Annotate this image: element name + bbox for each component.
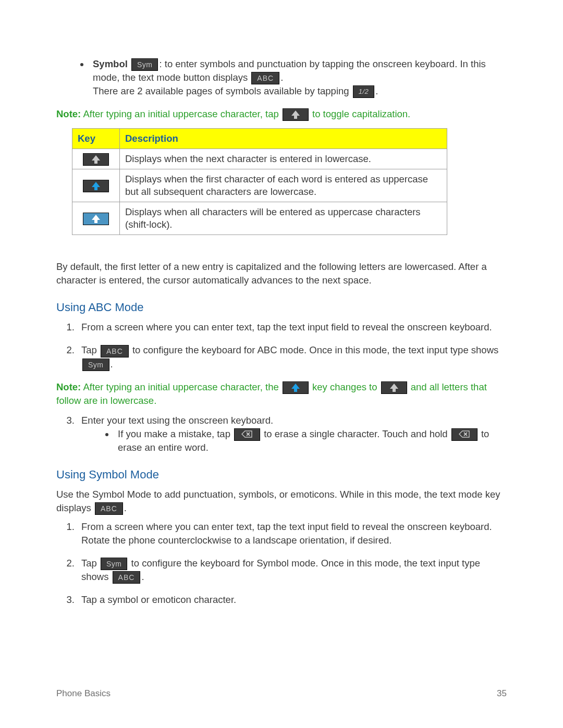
note2-b: key changes to [310, 381, 380, 392]
th-desc: Description [120, 129, 447, 149]
sub-a: If you make a mistake, tap [118, 428, 233, 439]
list-item: Tap a symbol or emoticon character. [77, 593, 507, 607]
table-row: Displays when the next character is ente… [72, 149, 447, 169]
abc-key-icon: ABC [101, 345, 129, 357]
abc-mode-steps-cont: Enter your text using the onscreen keybo… [67, 414, 507, 454]
shift-lock-icon [83, 213, 109, 225]
step3: Enter your text using the onscreen keybo… [81, 415, 273, 426]
symbol-mode-bullet: Symbol Sym: to enter symbols and punctua… [90, 57, 507, 98]
list-item: Enter your text using the onscreen keybo… [77, 414, 507, 454]
sym-key-icon: Sym [82, 359, 109, 371]
symbol-line2: There are 2 available pages of symbols a… [93, 85, 352, 96]
abc-key-icon: ABC [251, 72, 279, 84]
half-key-icon: 1/2 [353, 85, 375, 98]
sym-key-icon: Sym [101, 558, 128, 570]
note-label: Note: [56, 381, 81, 392]
shift-initcap-icon [83, 180, 109, 192]
period: . [280, 72, 283, 83]
document-page: Symbol Sym: to enter symbols and punctua… [0, 0, 563, 728]
note-1: Note: After typing an initial uppercase … [56, 107, 507, 121]
s2a: Tap [81, 558, 100, 569]
period: . [124, 502, 127, 513]
symbol-mode-bullet-list: Symbol Sym: to enter symbols and punctua… [90, 57, 507, 98]
list-item: From a screen where you can enter text, … [77, 320, 507, 334]
backspace-key-icon [234, 428, 260, 441]
period: . [375, 85, 378, 96]
backspace-key-icon [451, 428, 478, 441]
period: . [111, 359, 113, 369]
note1-b: to toggle capitalization. [310, 108, 410, 119]
symbol-mode-steps: From a screen where you can enter text, … [67, 520, 507, 607]
note2-a: After typing an initial uppercase charac… [81, 381, 282, 392]
abc-mode-steps: From a screen where you can enter text, … [67, 320, 507, 371]
table-row: Displays when all characters will be ent… [72, 202, 447, 235]
list-item: From a screen where you can enter text, … [77, 520, 507, 547]
table-row: Displays when the first character of eac… [72, 169, 447, 202]
list-item: If you make a mistake, tap to erase a si… [115, 427, 507, 454]
table-header-row: Key Description [72, 129, 447, 149]
footer-page-number: 35 [497, 688, 507, 699]
default-behavior-paragraph: By default, the first letter of a new en… [56, 260, 507, 287]
shift-initcap-icon [283, 381, 309, 394]
key-cell-initcap [72, 169, 120, 202]
step3-sublist: If you make a mistake, tap to erase a si… [115, 427, 507, 454]
list-item: Tap ABC to configure the keyboard for AB… [77, 343, 507, 371]
key-cell-lowercase [72, 149, 120, 169]
note-label: Note: [56, 108, 81, 119]
desc-cell: Displays when the first character of eac… [120, 169, 447, 202]
sub-b: to erase a single character. Touch and h… [261, 428, 450, 439]
key-cell-shiftlock [72, 202, 120, 235]
shift-lowercase-icon [83, 153, 109, 166]
th-key: Key [72, 129, 120, 149]
shift-key-table: Key Description Displays when the next c… [72, 128, 447, 235]
footer-left: Phone Basics [56, 688, 111, 699]
page-footer: Phone Basics 35 [56, 688, 507, 699]
heading-using-symbol-mode: Using Symbol Mode [56, 468, 507, 482]
list-item: Tap Sym to configure the keyboard for Sy… [77, 557, 507, 584]
sym-key-icon: Sym [131, 58, 158, 71]
symbol-label: Symbol [93, 58, 128, 69]
shift-arrow-icon [283, 108, 309, 121]
desc-cell: Displays when the next character is ente… [120, 149, 447, 169]
period: . [141, 571, 144, 582]
step2-a: Tap [81, 344, 100, 355]
heading-using-abc-mode: Using ABC Mode [56, 301, 507, 314]
note-2: Note: After typing an initial uppercase … [56, 380, 507, 408]
note1-a: After typing an initial uppercase charac… [81, 108, 282, 119]
abc-key-icon: ABC [113, 571, 141, 584]
abc-key-icon: ABC [95, 502, 123, 515]
symbol-mode-intro: Use the Symbol Mode to add punctuation, … [56, 488, 507, 515]
desc-cell: Displays when all characters will be ent… [120, 202, 447, 235]
shift-lowercase-icon [381, 381, 407, 394]
step2-b: to configure the keyboard for ABC mode. … [130, 344, 499, 355]
